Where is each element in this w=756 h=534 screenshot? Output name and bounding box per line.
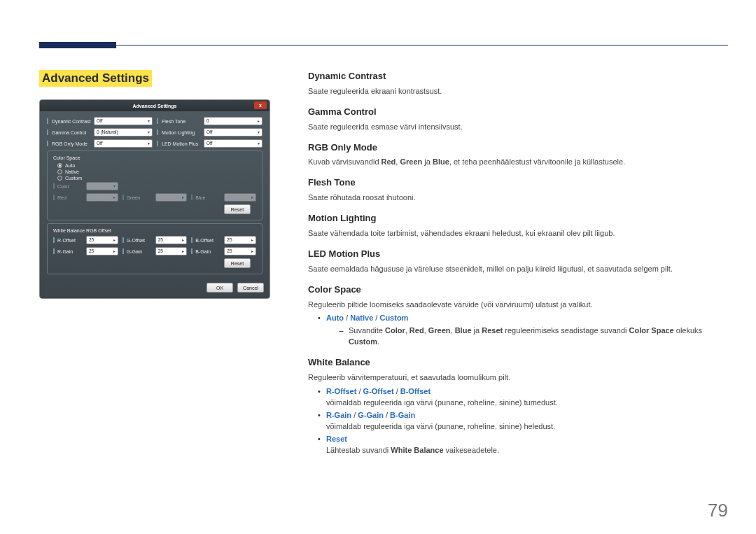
select-b-offset[interactable]: 25▸ [224,236,256,244]
select-cs-color: ▾ [86,182,118,190]
page-number: 79 [708,500,728,521]
bullet-wb-offset: R-Offset / G-Offset / B-Offset võimaldab… [318,386,729,409]
dialog-titlebar: Advanced Settings x [40,100,270,111]
heading-white-balance: White Balance [308,356,729,370]
group-title-wb: White Balance RGB Offset [53,228,256,233]
bullet-cs-options: Auto / Native / Custom Suvandite Color, … [318,313,729,348]
group-color-space: Color Space Auto Native Custom Color▾ Re… [47,150,262,220]
label-rgb-only: RGB Only Mode [52,141,91,146]
heading-color-space: Color Space [308,283,729,297]
heading-rgb-only: RGB Only Mode [308,141,729,155]
select-b-gain[interactable]: 25▸ [224,247,256,255]
select-r-offset[interactable]: 25▸ [86,236,118,244]
radio-auto[interactable]: Auto [57,163,256,168]
label-dynamic-contrast: Dynamic Contrast [52,119,91,124]
dialog-title: Advanced Settings [132,104,176,108]
select-g-offset[interactable]: 25▸ [155,236,188,244]
section-title: Advanced Settings [39,70,152,87]
heading-gamma-control: Gamma Control [308,106,729,119]
select-rgb-only[interactable]: Off▾ [94,139,153,148]
select-r-gain[interactable]: 25▸ [86,247,118,255]
group-title-color-space: Color Space [53,155,256,160]
text-color-space: Reguleerib piltide loomiseks saadaolevat… [308,300,729,311]
label-motion-lighting: Motion Lighting [162,130,201,135]
sub-cs-note: Suvandite Color, Red, Green, Blue ja Res… [339,325,729,348]
reset-wb-button[interactable]: Reset [224,258,251,268]
label-led-motion: LED Motion Plus [162,141,201,146]
bullet-wb-reset: Reset Lähtestab suvandi White Balance va… [318,434,729,456]
bullet-wb-gain: R-Gain / G-Gain / B-Gain võimaldab regul… [318,410,729,433]
heading-led-motion: LED Motion Plus [308,248,729,261]
select-motion-lighting[interactable]: Off▾ [204,128,262,136]
select-cs-blue: ▸ [224,193,256,202]
group-white-balance: White Balance RGB Offset R-Offset25▸ G-O… [47,223,262,274]
text-flesh-tone: Saate rõhutada roosat ihutooni. [308,192,729,204]
settings-dialog: Advanced Settings x Dynamic ContrastOff▾… [39,99,270,299]
label-gamma: Gamma Control [52,130,91,135]
text-dynamic-contrast: Saate reguleerida ekraani kontrastsust. [308,86,729,97]
heading-motion-lighting: Motion Lighting [308,212,729,225]
select-cs-green: ▸ [155,193,188,202]
cancel-button[interactable]: Cancel [237,283,264,293]
radio-native[interactable]: Native [57,169,256,174]
text-led-motion: Saate eemaldada hägususe ja väreluse sts… [308,264,729,275]
select-gamma[interactable]: 0 (Natural)▾ [94,128,153,136]
text-rgb-only: Kuvab värvisuvandid Red, Green ja Blue, … [308,157,729,168]
select-cs-red: ▸ [86,193,118,202]
select-led-motion[interactable]: Off▾ [204,139,262,148]
select-flesh-tone[interactable]: 0▸ [204,117,262,125]
heading-flesh-tone: Flesh Tone [308,176,729,190]
radio-custom[interactable]: Custom [57,176,256,181]
select-dynamic-contrast[interactable]: Off▾ [94,117,153,125]
reset-color-space-button[interactable]: Reset [224,204,251,214]
text-white-balance: Reguleerib värvitemperatuuri, et saavuta… [308,372,729,384]
header-rule [39,45,728,45]
ok-button[interactable]: OK [206,283,233,293]
text-gamma-control: Saate reguleerida esmase värvi intensiiv… [308,122,729,133]
select-g-gain[interactable]: 25▸ [155,247,188,255]
heading-dynamic-contrast: Dynamic Contrast [308,70,729,83]
label-flesh-tone: Flesh Tone [162,119,201,124]
text-motion-lighting: Saate vähendada toite tarbimist, vähenda… [308,228,729,239]
close-icon[interactable]: x [254,101,267,109]
description-column: Dynamic Contrast Saate reguleerida ekraa… [308,70,729,458]
